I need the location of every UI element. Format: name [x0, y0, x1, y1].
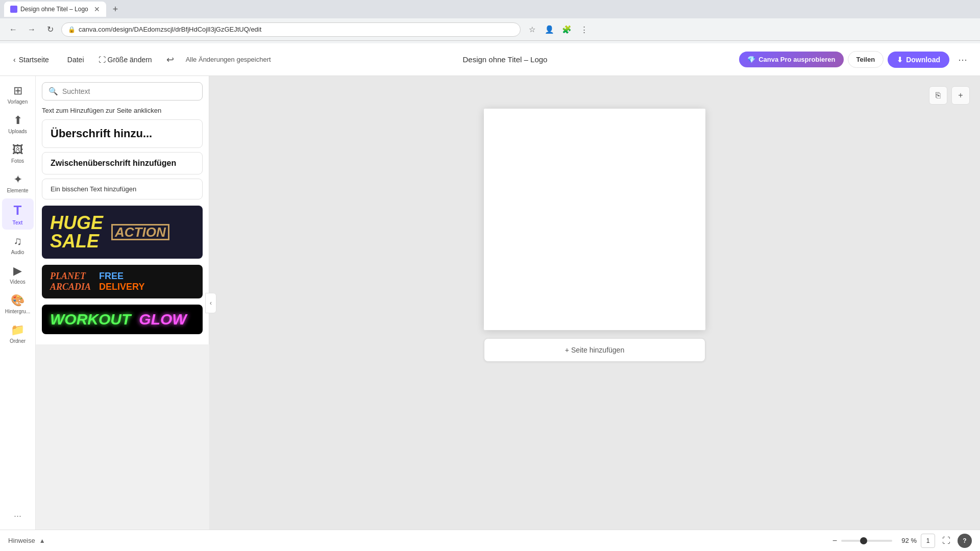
share-label: Teilen: [856, 56, 875, 63]
style-item-huge-sale[interactable]: HUGE SALE ACTION: [42, 206, 203, 259]
diamond-icon: 💎: [747, 56, 755, 63]
save-status: Alle Änderungen gespeichert: [186, 56, 271, 63]
video-icon: ▶: [13, 264, 22, 278]
tab-bar: Design ohne Titel – Logo ✕ +: [0, 0, 980, 18]
sidebar-icons: ⊞ Vorlagen ⬆ Uploads 🖼 Fotos ✦ Elemente …: [0, 76, 36, 530]
sidebar-item-text[interactable]: T Text: [2, 198, 34, 230]
zoom-slider[interactable]: [841, 540, 892, 542]
download-button[interactable]: ⬇ Download: [888, 52, 949, 68]
home-button[interactable]: ‹ Startseite: [8, 53, 54, 67]
sidebar-item-uploads[interactable]: ⬆ Uploads: [2, 110, 34, 138]
sidebar-label-fotos: Fotos: [11, 158, 24, 164]
planet-arcadia-text: PLANET ARCADIA: [50, 271, 91, 292]
back-button[interactable]: ←: [6, 22, 20, 37]
elements-icon: ✦: [13, 173, 22, 186]
help-button[interactable]: ?: [958, 534, 972, 548]
design-title: Design ohne Titel – Logo: [462, 55, 547, 64]
browser-actions: ☆ 👤 🧩 ⋮: [525, 22, 591, 37]
workout-text: WORKOUT: [50, 311, 131, 328]
sidebar-item-ordner[interactable]: 📁 Ordner: [2, 319, 34, 348]
sidebar-label-audio: Audio: [11, 249, 24, 255]
copy-page-button[interactable]: ⎘: [929, 86, 947, 105]
url-text: canva.com/design/DAEdomzscjl/drBfjHdCojl…: [79, 26, 261, 33]
add-page-button[interactable]: + Seite hinzufügen: [484, 338, 705, 362]
fullscreen-button[interactable]: ⛶: [939, 534, 953, 548]
more-sidebar-btn[interactable]: ···: [10, 507, 26, 525]
audio-icon: ♫: [13, 235, 22, 248]
zoom-percentage: 92 %: [896, 537, 917, 544]
sidebar-item-videos[interactable]: ▶ Videos: [2, 260, 34, 289]
panel-heading: Text zum Hinzufügen zur Seite anklicken: [36, 105, 209, 119]
add-heading-button[interactable]: Überschrift hinzu...: [42, 119, 203, 148]
resize-label: Größe ändern: [108, 56, 152, 64]
sale-text: SALE: [50, 232, 103, 251]
search-input[interactable]: [62, 87, 196, 95]
canva-pro-button[interactable]: 💎 Canva Pro ausprobieren: [739, 52, 843, 67]
sidebar-item-elemente[interactable]: ✦ Elemente: [2, 169, 34, 197]
sidebar-item-hintergrund[interactable]: 🎨 Hintergru...: [2, 290, 34, 318]
add-text-button[interactable]: Ein bisschen Text hinzufügen: [42, 179, 203, 199]
panel-wrapper: 🔍 Text zum Hinzufügen zur Seite anklicke…: [36, 76, 209, 530]
reload-button[interactable]: ↻: [43, 22, 57, 37]
style-item-workout[interactable]: WORKOUT GLOW: [42, 305, 203, 334]
resize-icon: ⛶: [99, 56, 106, 64]
action-text: ACTION: [111, 224, 169, 240]
add-element-button[interactable]: +: [951, 86, 970, 105]
huge-sale-text: HUGE SALE: [50, 214, 103, 251]
download-icon: ⬇: [897, 56, 903, 64]
top-nav: ‹ Startseite Datei ⛶ Größe ändern ↩ Alle…: [0, 43, 980, 76]
template-icon: ⊞: [13, 84, 22, 97]
more-options-button[interactable]: ⋯: [953, 51, 972, 69]
text-add-buttons: Überschrift hinzu... Zwischenüberschrift…: [36, 119, 209, 199]
home-label: Startseite: [19, 56, 49, 64]
hints-text: Hinweise: [8, 537, 35, 544]
bookmark-btn[interactable]: ☆: [525, 22, 539, 37]
sidebar-item-vorlagen[interactable]: ⊞ Vorlagen: [2, 80, 34, 109]
photos-icon: 🖼: [12, 143, 23, 157]
huge-text: HUGE: [50, 214, 103, 232]
bottom-arrow[interactable]: ▲: [39, 537, 45, 544]
profile-btn[interactable]: 👤: [542, 22, 556, 37]
sidebar-label-vorlagen: Vorlagen: [8, 99, 28, 105]
sidebar-item-fotos[interactable]: 🖼 Fotos: [2, 139, 34, 168]
tab-title: Design ohne Titel – Logo: [20, 6, 91, 13]
sidebar-item-audio[interactable]: ♫ Audio: [2, 231, 34, 259]
browser-controls: ← → ↻ 🔒 canva.com/design/DAEdomzscjl/drB…: [0, 18, 980, 41]
resize-menu[interactable]: ⛶ Größe ändern: [93, 53, 157, 67]
lock-icon: 🔒: [68, 26, 76, 33]
design-canvas[interactable]: [484, 109, 705, 330]
share-button[interactable]: Teilen: [848, 51, 884, 68]
tab-favicon: [10, 6, 17, 13]
address-bar[interactable]: 🔒 canva.com/design/DAEdomzscjl/drBfjHdCo…: [61, 22, 521, 37]
canva-app: ‹ Startseite Datei ⛶ Größe ändern ↩ Alle…: [0, 43, 980, 551]
active-tab[interactable]: Design ohne Titel – Logo ✕: [4, 2, 106, 17]
sidebar-label-hintergrund: Hintergru...: [5, 309, 30, 314]
sidebar-label-uploads: Uploads: [8, 129, 27, 134]
sidebar-label-videos: Videos: [10, 279, 25, 285]
zoom-controls: − 92 %: [832, 536, 917, 545]
search-box[interactable]: 🔍: [42, 82, 203, 101]
undo-button[interactable]: ↩: [161, 51, 180, 69]
panel-collapse-button[interactable]: ‹: [205, 293, 216, 313]
forward-button[interactable]: →: [24, 22, 39, 37]
sidebar-label-ordner: Ordner: [10, 338, 26, 344]
main-content: ⊞ Vorlagen ⬆ Uploads 🖼 Fotos ✦ Elemente …: [0, 76, 980, 530]
style-item-planet[interactable]: PLANET ARCADIA FREE DELIVERY: [42, 265, 203, 298]
upload-icon: ⬆: [13, 114, 22, 127]
text-icon: T: [14, 203, 22, 218]
extension-btn[interactable]: 🧩: [559, 22, 574, 37]
bottom-bar: Hinweise ▲ − 92 % 1 ⛶ ?: [0, 530, 980, 551]
folder-icon: 📁: [11, 323, 24, 337]
free-delivery-text: FREE DELIVERY: [99, 271, 144, 292]
panel-search-area: 🔍: [36, 76, 209, 105]
new-tab-button[interactable]: +: [108, 2, 122, 16]
text-panel: 🔍 Text zum Hinzufügen zur Seite anklicke…: [36, 76, 209, 344]
sidebar-label-text: Text: [13, 220, 23, 226]
tab-close-btn[interactable]: ✕: [94, 5, 100, 13]
add-subheading-button[interactable]: Zwischenüberschrift hinzufügen: [42, 152, 203, 174]
text-styles-list: HUGE SALE ACTION: [36, 199, 209, 344]
file-menu[interactable]: Datei: [62, 53, 89, 67]
glow-text: GLOW: [139, 311, 186, 328]
zoom-minus-icon[interactable]: −: [832, 536, 837, 545]
more-browser-btn[interactable]: ⋮: [577, 22, 591, 37]
